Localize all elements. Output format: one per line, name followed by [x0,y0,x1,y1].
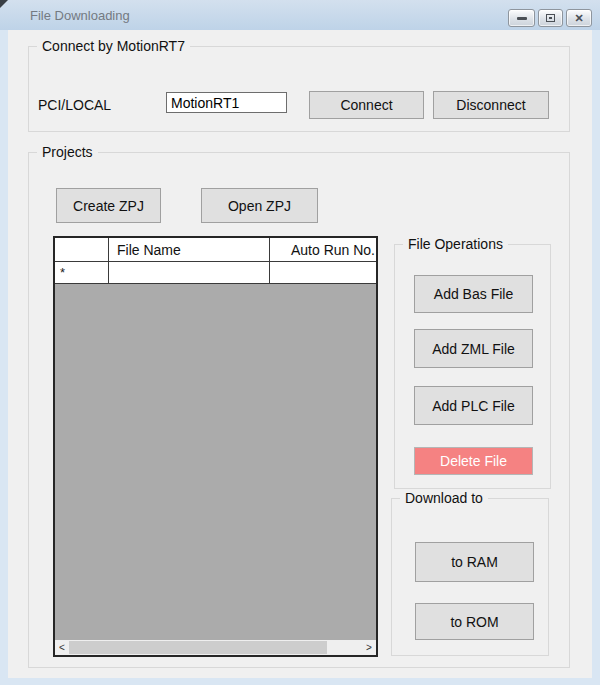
delete-file-button[interactable]: Delete File [414,447,533,475]
screen-corner-artifact [0,0,8,8]
grid-header-auto-run-no[interactable]: Auto Run No. [270,238,376,261]
grid-new-row[interactable]: * [55,262,376,284]
connect-button[interactable]: Connect [309,91,424,119]
horizontal-scrollbar[interactable]: < > [55,640,376,655]
file-operations-groupbox: File Operations Add Bas File Add ZML Fil… [394,244,551,489]
scroll-left-button[interactable]: < [55,640,69,655]
grid-cell-file-name[interactable] [109,262,270,283]
open-zpj-button[interactable]: Open ZPJ [201,188,318,223]
close-icon: ✕ [574,13,583,24]
minimize-button[interactable] [508,9,535,27]
file-grid: File Name Auto Run No. * < [53,236,378,657]
add-bas-file-button[interactable]: Add Bas File [414,275,533,313]
minimize-icon [517,17,527,20]
to-rom-button[interactable]: to ROM [415,603,534,640]
download-to-title: Download to [400,490,488,506]
pci-local-label: PCI/LOCAL [38,97,111,113]
pci-local-input[interactable] [166,92,287,113]
connect-groupbox-title: Connect by MotionRT7 [37,38,190,54]
add-zml-file-button[interactable]: Add ZML File [414,329,533,368]
scroll-right-icon: > [366,642,372,653]
grid-empty-area [55,284,376,640]
add-plc-file-button[interactable]: Add PLC File [414,386,533,425]
create-zpj-button[interactable]: Create ZPJ [56,188,161,223]
to-ram-button[interactable]: to RAM [415,542,534,582]
download-to-groupbox: Download to to RAM to ROM [391,498,549,656]
window-content: Connect by MotionRT7 PCI/LOCAL Connect D… [8,30,592,678]
maximize-button[interactable] [538,9,563,27]
scroll-right-button[interactable]: > [362,640,376,655]
disconnect-button[interactable]: Disconnect [433,91,549,119]
window-title: File Downloading [30,8,130,23]
close-button[interactable]: ✕ [566,9,592,27]
app-window: File Downloading ✕ Connect by MotionRT7 … [0,0,600,685]
file-operations-title: File Operations [403,236,508,252]
projects-groupbox-title: Projects [37,144,98,160]
grid-header-file-name[interactable]: File Name [109,238,270,261]
connect-groupbox: Connect by MotionRT7 PCI/LOCAL Connect D… [28,46,570,132]
grid-corner-header-cell [55,238,109,261]
grid-cell-auto-run-no[interactable] [270,262,376,283]
maximize-icon [546,14,555,22]
titlebar: File Downloading ✕ [0,0,600,30]
scroll-left-icon: < [59,642,65,653]
scrollbar-thumb[interactable] [69,641,327,654]
grid-header-row: File Name Auto Run No. [55,238,376,262]
projects-groupbox: Projects Create ZPJ Open ZPJ File Name A… [28,152,570,668]
scrollbar-track[interactable] [69,640,362,655]
grid-new-row-marker: * [55,262,109,283]
